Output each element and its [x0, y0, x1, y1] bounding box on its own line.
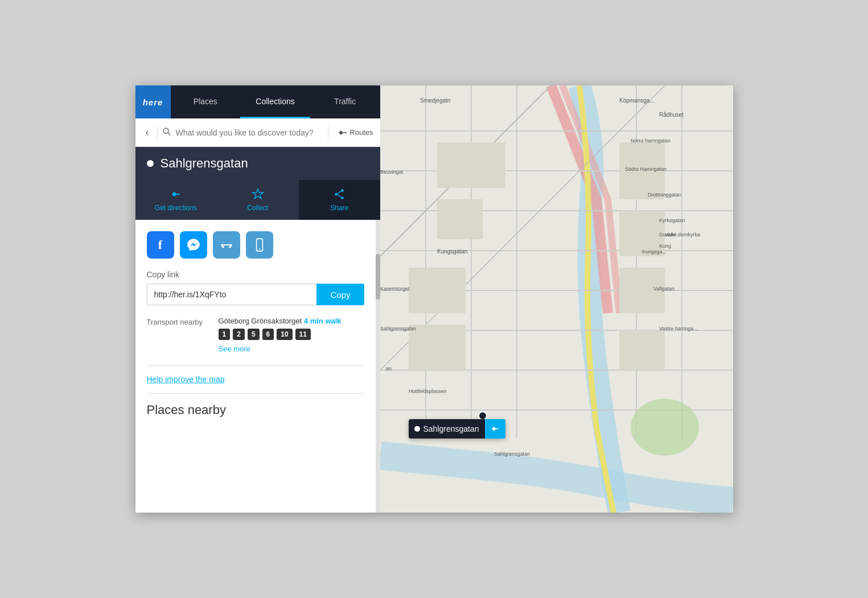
scrollbar-thumb[interactable] [376, 254, 380, 300]
svg-point-6 [341, 196, 344, 199]
svg-text:Sahlgrensgatan: Sahlgrensgatan [494, 451, 530, 457]
share-button[interactable]: Share [299, 180, 380, 220]
svg-point-0 [163, 128, 168, 133]
see-more-link[interactable]: See more [219, 345, 250, 353]
svg-text:Drottninggatan: Drottninggatan [648, 192, 681, 198]
svg-text:Södra Hamngatan: Södra Hamngatan [625, 166, 667, 172]
svg-text:Beuvingat.: Beuvingat. [380, 169, 405, 175]
phone-share-button[interactable] [246, 231, 273, 259]
walk-time: 4 min walk [304, 317, 342, 325]
svg-point-5 [335, 193, 338, 196]
routes-divider [328, 126, 328, 140]
here-logo[interactable]: here [135, 85, 171, 118]
search-icon [162, 127, 171, 138]
nav-tab-places[interactable]: Places [171, 85, 241, 118]
svg-text:Vallgatan: Vallgatan [653, 286, 674, 292]
search-input[interactable] [176, 128, 324, 137]
location-name: Sahlgrensgatan [161, 156, 248, 171]
header: here Places Collections Traffic [135, 85, 380, 118]
nav-tab-collections[interactable]: Collections [240, 85, 310, 118]
svg-text:an: an [386, 366, 392, 371]
map-canvas: Köpmansga... Rådhuset Smedjegatn Norra h… [380, 85, 733, 513]
svg-rect-32 [409, 268, 466, 313]
location-dot [147, 160, 154, 167]
location-header: Sahlgrensgatan [135, 147, 380, 180]
bus-5: 5 [248, 329, 260, 340]
routes-label: Routes [349, 128, 373, 137]
svg-line-8 [338, 195, 341, 198]
help-improve-link[interactable]: Help improve the map [147, 375, 364, 384]
bus-10: 10 [277, 329, 292, 340]
svg-point-56 [479, 412, 487, 420]
svg-marker-57 [497, 428, 499, 430]
routes-button[interactable]: Routes [333, 128, 373, 137]
transport-section: Transport nearby Göteborg Grönsakstorget… [147, 317, 364, 354]
bus-11: 11 [295, 329, 311, 340]
transport-label: Transport nearby [147, 317, 209, 326]
bus-6: 6 [262, 329, 274, 340]
get-directions-label: Get directions [155, 204, 197, 212]
map-tooltip: Sahlgrensgatan [409, 419, 505, 439]
svg-rect-27 [437, 142, 505, 188]
copy-link-label: Copy link [147, 270, 364, 279]
share-icons: f [147, 231, 364, 259]
bus-1: 1 [219, 329, 231, 340]
search-bar: ‹ Routes [135, 118, 380, 147]
svg-rect-33 [409, 325, 466, 370]
map-panel[interactable]: Köpmansga... Rådhuset Smedjegatn Norra h… [380, 85, 733, 513]
scrollbar[interactable] [376, 220, 380, 513]
collect-button[interactable]: Collect [217, 180, 299, 220]
svg-text:Kung: Kung [659, 243, 671, 249]
collect-label: Collect [247, 204, 268, 212]
facebook-share-button[interactable]: f [147, 231, 174, 259]
transport-stop: Göteborg Grönsakstorget 4 min walk [219, 317, 364, 325]
left-panel: here Places Collections Traffic ‹ Routes [135, 85, 380, 513]
messenger-share-button[interactable] [180, 231, 207, 259]
svg-text:Kungsgatan: Kungsgatan [437, 248, 467, 255]
svg-point-35 [631, 399, 699, 456]
tooltip-dot [414, 426, 420, 432]
svg-point-10 [258, 249, 260, 250]
svg-rect-34 [619, 330, 665, 370]
bus-numbers: 1 2 5 6 10 11 [219, 329, 364, 340]
svg-text:Sahlgrensgatan: Sahlgrensgatan [380, 326, 416, 331]
map-svg: Köpmansga... Rådhuset Smedjegatn Norra h… [380, 85, 733, 513]
action-bar: Get directions Collect Share [135, 180, 380, 220]
svg-text:Kyrkogatan: Kyrkogatan [659, 218, 685, 223]
svg-text:Norra hamngatan: Norra hamngatan [631, 138, 670, 144]
nav-tabs: Places Collections Traffic [171, 85, 380, 118]
svg-text:Kaserntorget: Kaserntorget [380, 286, 410, 292]
divider [147, 365, 364, 366]
svg-marker-3 [179, 193, 180, 195]
share-label: Share [330, 204, 348, 212]
svg-text:Rådhuset: Rådhuset [659, 112, 684, 118]
copy-link-input[interactable] [147, 284, 317, 305]
search-divider [157, 126, 158, 140]
svg-text:Köpmansga...: Köpmansga... [619, 97, 655, 104]
svg-marker-2 [345, 132, 347, 134]
get-directions-button[interactable]: Get directions [135, 180, 217, 220]
car-share-button[interactable] [213, 231, 240, 259]
tooltip-location-name: Sahlgrensgatan [423, 420, 485, 438]
svg-rect-28 [437, 199, 483, 239]
app-container: here Places Collections Traffic ‹ Routes [135, 85, 733, 513]
svg-text:Vastre hamnga...: Vastre hamnga... [659, 326, 698, 331]
divider-2 [147, 393, 364, 394]
svg-line-7 [338, 191, 341, 194]
svg-point-4 [341, 189, 344, 192]
places-nearby-title: Places nearby [147, 403, 364, 417]
svg-text:Smedjegatn: Smedjegatn [420, 97, 450, 104]
svg-line-1 [168, 133, 170, 135]
svg-text:Gustavi domkyrka: Gustavi domkyrka [659, 232, 700, 237]
svg-text:Kungsga...: Kungsga... [642, 249, 667, 255]
nav-tab-traffic[interactable]: Traffic [310, 85, 380, 118]
back-button[interactable]: ‹ [142, 124, 153, 141]
copy-link-row: Copy [147, 284, 364, 305]
transport-info: Göteborg Grönsakstorget 4 min walk 1 2 5… [219, 317, 364, 354]
svg-text:Huttfeldsplassen: Huttfeldsplassen [409, 388, 447, 394]
copy-button[interactable]: Copy [316, 284, 364, 305]
content-area: f Copy link Copy [135, 220, 376, 513]
tooltip-nav-button[interactable] [485, 419, 505, 439]
bus-2: 2 [233, 329, 245, 340]
